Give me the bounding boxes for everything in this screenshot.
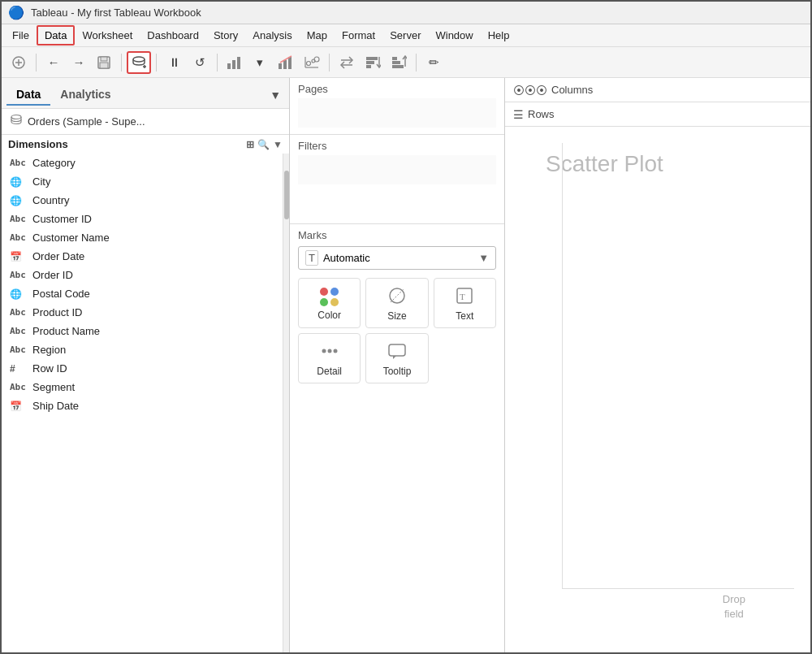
dropdown-btn[interactable]: ▾ (248, 51, 272, 74)
dim-item-order-id[interactable]: Abc Order ID (2, 266, 283, 284)
menu-server[interactable]: Server (382, 26, 428, 45)
dimensions-scrollbar[interactable] (283, 154, 289, 654)
svg-rect-24 (366, 61, 374, 64)
menu-window[interactable]: Window (428, 26, 480, 45)
toolbar-group-main (6, 51, 31, 74)
chart-type-3-btn[interactable] (300, 51, 324, 74)
dim-item-customer-id[interactable]: Abc Customer ID (2, 210, 283, 228)
svg-point-6 (133, 57, 145, 62)
dim-item-city[interactable]: 🌐 City (2, 172, 283, 191)
menu-dashboard[interactable]: Dashboard (140, 26, 206, 45)
mark-size-btn[interactable]: Size (365, 278, 428, 328)
sort-asc-btn[interactable] (361, 51, 385, 74)
cal-icon-orderdate: 📅 (10, 251, 28, 262)
swap-btn[interactable] (335, 51, 359, 74)
filters-drop-area[interactable] (298, 155, 496, 184)
svg-point-35 (322, 349, 326, 353)
save-btn[interactable] (92, 51, 116, 74)
detail-icon (319, 342, 340, 362)
dimensions-header: Dimensions ⊞ 🔍 ▼ (2, 135, 289, 154)
drop-field-hint: Drop field (723, 592, 745, 622)
toolbar-sep-6 (416, 54, 417, 71)
menu-help[interactable]: Help (481, 26, 517, 45)
back-btn[interactable]: ← (41, 51, 66, 74)
data-source-row[interactable]: Orders (Sample - Supe... (2, 109, 289, 135)
format-btn[interactable]: ✏ (421, 51, 446, 74)
toolbar-sep-1 (36, 54, 37, 71)
menu-story[interactable]: Story (206, 26, 245, 45)
menu-analysis[interactable]: Analysis (245, 26, 299, 45)
mark-detail-btn[interactable]: Detail (298, 333, 361, 383)
dim-item-ship-date[interactable]: 📅 Ship Date (2, 396, 283, 415)
marks-type-dropdown[interactable]: T Automatic ▼ (298, 246, 496, 270)
scroll-thumb[interactable] (284, 171, 289, 219)
abc-icon-segment: Abc (10, 382, 28, 392)
tab-analytics[interactable]: Analytics (50, 84, 120, 106)
mark-text-btn[interactable]: T Text (434, 278, 496, 328)
dim-item-product-name[interactable]: Abc Product Name (2, 322, 283, 340)
center-panel: Pages Filters Marks T Automatic ▼ (290, 78, 505, 654)
dim-item-row-id[interactable]: # Row ID (2, 359, 283, 378)
dim-label-region: Region (32, 344, 66, 356)
menu-map[interactable]: Map (300, 26, 335, 45)
dim-item-category[interactable]: Abc Category (2, 154, 283, 172)
dim-menu-btn[interactable]: ▼ (273, 139, 283, 150)
abc-icon-productid: Abc (10, 307, 28, 318)
color-dot-red (320, 288, 328, 296)
dim-item-order-date[interactable]: 📅 Order Date (2, 247, 283, 266)
panel-options-arrow[interactable]: ▼ (266, 87, 284, 103)
tooltip-mark-label: Tooltip (383, 366, 412, 377)
forward-btn[interactable]: → (67, 51, 91, 74)
pages-label: Pages (298, 83, 496, 95)
dim-item-postal-code[interactable]: 🌐 Postal Code (2, 284, 283, 303)
svg-point-37 (333, 349, 337, 353)
dim-item-product-id[interactable]: Abc Product ID (2, 303, 283, 322)
dim-item-segment[interactable]: Abc Segment (2, 378, 283, 396)
svg-rect-5 (100, 63, 108, 68)
chart-type-2-btn[interactable] (274, 51, 298, 74)
dim-label-city: City (32, 175, 50, 188)
globe-icon-city: 🌐 (10, 176, 28, 188)
rows-label-row: ☰ Rows (513, 108, 574, 121)
svg-rect-29 (392, 65, 404, 68)
menu-data[interactable]: Data (37, 25, 75, 45)
globe-icon-postal: 🌐 (10, 288, 28, 300)
app-icon: 🔵 (8, 5, 24, 20)
dim-item-country[interactable]: 🌐 Country (2, 191, 283, 210)
menu-worksheet[interactable]: Worksheet (75, 26, 140, 45)
chart-type-1-btn[interactable] (222, 51, 247, 74)
hash-icon-rowid: # (10, 363, 28, 375)
dim-label-segment: Segment (32, 381, 75, 393)
mark-tooltip-btn[interactable]: Tooltip (365, 333, 428, 383)
canvas-area[interactable]: Scatter Plot Drop field (505, 127, 810, 654)
grid-view-btn[interactable]: ⊞ (246, 139, 254, 150)
svg-rect-38 (389, 344, 405, 356)
columns-label: Columns (551, 84, 593, 96)
dim-label-category: Category (32, 157, 76, 169)
search-btn[interactable]: 🔍 (257, 139, 270, 150)
menu-format[interactable]: Format (335, 26, 382, 45)
toolbar-sep-4 (217, 54, 218, 71)
add-data-source-btn[interactable] (6, 51, 31, 74)
detail-mark-label: Detail (317, 366, 342, 377)
pause-btn[interactable]: ⏸ (162, 51, 186, 74)
dimensions-scroll-container: Abc Category 🌐 City 🌐 Country Abc Custom… (2, 154, 289, 654)
columns-icon: ⦿⦿⦿ (513, 84, 547, 97)
mark-color-btn[interactable]: Color (298, 278, 361, 328)
new-datasource-btn[interactable] (127, 51, 151, 74)
rows-label: Rows (528, 108, 555, 120)
marks-label: Marks (298, 229, 496, 241)
dim-item-customer-name[interactable]: Abc Customer Name (2, 228, 283, 247)
menu-file[interactable]: File (5, 26, 37, 45)
sort-desc-btn[interactable] (387, 51, 411, 74)
database-icon (10, 114, 23, 129)
refresh-btn[interactable]: ↺ (188, 51, 212, 74)
color-dot-yellow (330, 298, 339, 306)
text-mark-label: Text (456, 310, 473, 322)
globe-icon-country: 🌐 (10, 195, 28, 206)
tab-data[interactable]: Data (6, 84, 50, 106)
right-panel: ⦿⦿⦿ Columns ☰ Rows Scatter Plot Drop fie… (505, 78, 810, 654)
dim-item-region[interactable]: Abc Region (2, 340, 283, 359)
svg-rect-25 (366, 57, 378, 60)
pages-drop-area[interactable] (298, 98, 496, 128)
